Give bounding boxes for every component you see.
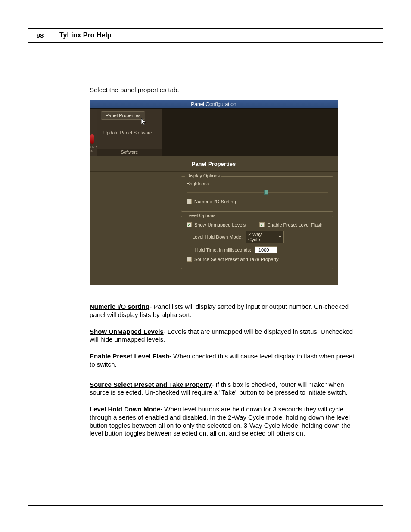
term-show-unmapped: Show UnMapped Levels: [90, 328, 164, 335]
level-hold-down-mode-label: Level Hold Down Mode:: [187, 234, 243, 240]
chevron-down-icon: ▼: [278, 235, 282, 239]
para-show-unmapped: Show UnMapped Levels- Levels that are un…: [90, 328, 355, 344]
page-number: 98: [28, 29, 53, 42]
page-header: 98 TyLinx Pro Help: [28, 28, 383, 43]
para-source-select: Source Select Preset and Take Property- …: [90, 381, 355, 397]
doc-title: TyLinx Pro Help: [53, 29, 112, 42]
term-numeric-io: Numeric I/O sorting: [90, 303, 149, 310]
para-numeric-io: Numeric I/O sorting- Panel lists will di…: [90, 303, 355, 319]
ribbon-group-label: Software: [97, 149, 162, 156]
level-options-legend: Level Options: [185, 213, 217, 218]
intro-text: Select the panel properties tab.: [90, 86, 355, 93]
ribbon-left-strip: ove al: [90, 109, 97, 156]
ribbon-title-bar: Panel Configuration: [90, 100, 338, 109]
ribbon-body: ove al Panel Properties Update Panel Sof…: [90, 109, 338, 156]
update-panel-software-button[interactable]: Update Panel Software: [103, 130, 152, 135]
brightness-slider[interactable]: [187, 190, 328, 195]
level-hold-down-mode-select[interactable]: 2-Way Cycle ▼: [246, 231, 284, 243]
enable-preset-level-flash-label: Enable Preset Level Flash: [267, 222, 322, 227]
numeric-io-sorting-checkbox[interactable]: [187, 199, 192, 204]
slider-track: [187, 192, 328, 193]
source-select-preset-checkbox[interactable]: [187, 257, 192, 262]
source-select-preset-label: Source Select Preset and Take Property: [194, 257, 278, 262]
display-options-legend: Display Options: [185, 173, 221, 178]
embedded-screenshot: Panel Configuration ove al Panel Propert…: [90, 100, 338, 285]
show-unmapped-levels-checkbox[interactable]: ✓: [187, 222, 192, 227]
cursor-icon: [140, 118, 147, 128]
tab-panel-properties[interactable]: Panel Properties: [101, 111, 145, 120]
hold-time-label: Hold Time, in milliseconds:: [187, 247, 251, 252]
display-options-group: Display Options Brightness Numeric I/O S…: [181, 176, 333, 212]
term-hold-down: Level Hold Down Mode: [90, 405, 160, 413]
select-value: 2-Way Cycle: [248, 232, 274, 242]
enable-preset-level-flash-checkbox[interactable]: ✓: [259, 222, 265, 227]
slider-thumb[interactable]: [264, 190, 268, 195]
ribbon-knob-icon: [90, 134, 94, 144]
term-source-select: Source Select Preset and Take Property: [90, 381, 212, 388]
footer-rule: [28, 505, 383, 506]
numeric-io-sorting-label: Numeric I/O Sorting: [194, 199, 236, 204]
level-options-group: Level Options ✓ Show Unmapped Levels ✓ E…: [181, 216, 333, 269]
brightness-label: Brightness: [187, 181, 328, 186]
ribbon-empty-area: [162, 109, 338, 156]
strip-text-a: ove: [90, 145, 97, 149]
panel-properties-section: Panel Properties Display Options Brightn…: [90, 156, 338, 285]
para-hold-down: Level Hold Down Mode- When level buttons…: [90, 405, 355, 438]
strip-text-b: al: [90, 149, 93, 153]
ribbon-group-software: Panel Properties Update Panel Software S…: [97, 109, 162, 156]
panel-properties-title: Panel Properties: [90, 156, 338, 172]
show-unmapped-levels-label: Show Unmapped Levels: [194, 222, 246, 227]
term-enable-flash: Enable Preset Level Flash: [90, 352, 169, 360]
hold-time-input[interactable]: 1000: [255, 246, 277, 253]
para-enable-flash: Enable Preset Level Flash- When checked …: [90, 352, 355, 369]
